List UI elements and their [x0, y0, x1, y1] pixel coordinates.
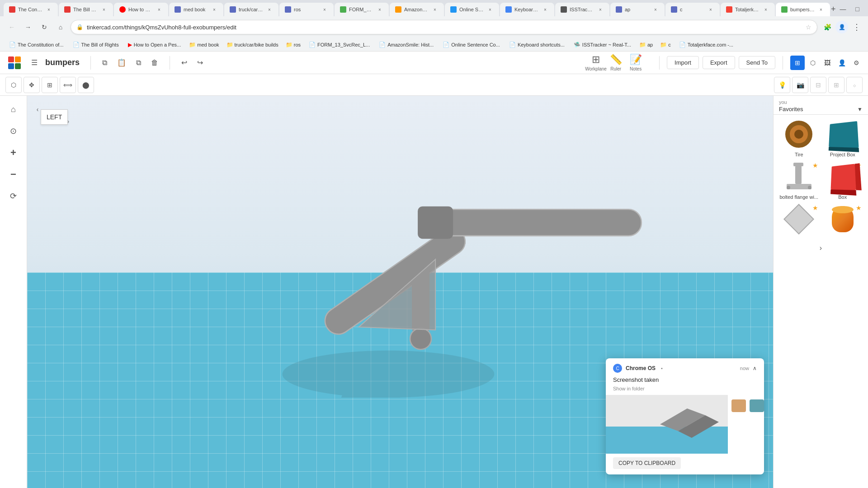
- notes-button[interactable]: 📝 Notes: [627, 54, 645, 72]
- tab-close[interactable]: ×: [321, 6, 328, 13]
- notification-subtitle[interactable]: Show in folder: [606, 385, 764, 395]
- align-tool[interactable]: ⊟: [810, 77, 826, 93]
- import-button[interactable]: Import: [667, 56, 699, 69]
- back-button[interactable]: ←: [5, 21, 18, 33]
- send-to-button[interactable]: Send To: [739, 56, 775, 69]
- tab-close-active[interactable]: ×: [817, 6, 825, 13]
- shape-item-tire[interactable]: Tire: [779, 118, 819, 157]
- expand-shapes-button[interactable]: ›: [774, 240, 868, 256]
- bookmark-iss[interactable]: 🛸 ISSTracker ~ Real-T...: [570, 41, 635, 49]
- tab-close[interactable]: ×: [652, 6, 659, 13]
- copy-to-clipboard-button[interactable]: COPY TO CLIPBOARD: [613, 457, 681, 469]
- mirror-tool-2[interactable]: ⬦: [846, 77, 863, 93]
- tab-close[interactable]: ×: [266, 6, 273, 13]
- tab-iss[interactable]: ISSTracker ~ Real-T... ×: [555, 3, 609, 16]
- tab-c[interactable]: c ×: [665, 3, 720, 16]
- shape-tool-5[interactable]: ⬤: [78, 77, 94, 93]
- tab-close[interactable]: ×: [211, 6, 218, 13]
- home-button[interactable]: ⌂: [54, 21, 67, 33]
- collapse-panel-button[interactable]: ‹: [34, 103, 41, 116]
- extensions-button[interactable]: 🧩: [821, 21, 834, 33]
- bookmark-folder-ros[interactable]: 📁 ros: [283, 41, 303, 49]
- tab-totaljerkface[interactable]: Totaljerkface.com -... ×: [721, 3, 775, 16]
- delete-button[interactable]: 🗑: [147, 56, 162, 70]
- shape-project-box[interactable]: Project Box: [823, 118, 863, 157]
- shape-bolted-flange[interactable]: bolted flange wi...: [779, 161, 819, 200]
- shape-box[interactable]: Box: [823, 161, 863, 200]
- tinkercad-logo[interactable]: [5, 54, 24, 72]
- tab-tinkercad-active[interactable]: bumpers - Tinkercad ×: [776, 3, 830, 16]
- tab-youtube[interactable]: How to Open a Pes... ×: [114, 3, 168, 16]
- bookmark-amazon[interactable]: 📄 AmazonSmile: Hist...: [375, 41, 437, 49]
- bookmark-folder-c[interactable]: 📁 c: [657, 41, 674, 49]
- reset-view-button[interactable]: ⟳: [4, 186, 24, 206]
- tab-close[interactable]: ×: [156, 6, 163, 13]
- tab-keyboard[interactable]: Keyboard shortcuts... ×: [500, 3, 554, 16]
- maximize-button[interactable]: □: [851, 3, 864, 15]
- tab-close[interactable]: ×: [542, 6, 549, 13]
- bookmark-folder-med[interactable]: 📁 med book: [186, 41, 222, 49]
- tab-close[interactable]: ×: [762, 6, 769, 13]
- tab-truck[interactable]: truck/car/bike builds ×: [224, 3, 278, 16]
- close-button[interactable]: ×: [866, 3, 868, 15]
- minimize-button[interactable]: —: [837, 3, 849, 15]
- new-tab-button[interactable]: +: [831, 3, 836, 15]
- bookmark-sentence[interactable]: 📄 Online Sentence Co...: [439, 41, 504, 49]
- tab-bill-of-rights[interactable]: The Bill of Rights ×: [59, 3, 113, 16]
- shape-item-cylinder[interactable]: ★: [823, 203, 863, 237]
- shape-tire[interactable]: Tire: [779, 118, 819, 157]
- bookmark-keyboard[interactable]: 📄 Keyboard shortcuts...: [505, 41, 568, 49]
- notification-expand-button[interactable]: ∧: [753, 365, 757, 371]
- home-view-button[interactable]: ⌂: [4, 99, 24, 119]
- grid-view-button[interactable]: ⊞: [790, 56, 805, 70]
- shape-tool-3[interactable]: ⊞: [42, 77, 58, 93]
- shape-tool-2[interactable]: ✥: [24, 77, 40, 93]
- duplicate-button[interactable]: ⧉: [132, 56, 145, 70]
- tab-sentence[interactable]: Online Sentence Co... ×: [445, 3, 499, 16]
- zoom-in-btn[interactable]: +: [4, 143, 24, 163]
- export-button[interactable]: Export: [703, 56, 735, 69]
- bookmark-youtube[interactable]: ▶ How to Open a Pes...: [124, 41, 185, 49]
- paste-button[interactable]: 📋: [113, 56, 130, 70]
- zoom-out-btn[interactable]: −: [4, 164, 24, 184]
- tab-close[interactable]: ×: [45, 6, 52, 13]
- bookmark-form[interactable]: 📄 FORM_13_SvcRec_L...: [305, 41, 373, 49]
- camera-tool[interactable]: 📷: [792, 77, 808, 93]
- tab-close[interactable]: ×: [707, 6, 714, 13]
- bookmark-totaljerkface[interactable]: 📄 Totaljerkface.com -...: [675, 41, 737, 49]
- 3d-view-button[interactable]: ⬡: [807, 56, 819, 69]
- tab-close[interactable]: ×: [431, 6, 439, 13]
- tab-close[interactable]: ×: [597, 6, 604, 13]
- light-tool[interactable]: 💡: [774, 77, 790, 93]
- cylinder-star[interactable]: ★: [856, 204, 862, 211]
- shape-item-bolted-flange[interactable]: ★ bolted flange wi.: [779, 161, 819, 200]
- tab-ap[interactable]: ap ×: [610, 3, 665, 16]
- redo-button[interactable]: ↪: [193, 56, 207, 70]
- shape-tool-1[interactable]: ⬡: [5, 77, 22, 93]
- copy-button[interactable]: ⧉: [98, 56, 111, 70]
- forward-button[interactable]: →: [22, 21, 34, 33]
- distribute-tool[interactable]: ⊞: [828, 77, 844, 93]
- settings-button[interactable]: ⚙: [850, 56, 863, 69]
- tab-amazon[interactable]: AmazonSmile: Hist... ×: [390, 3, 444, 16]
- undo-button[interactable]: ↩: [177, 56, 191, 70]
- bookmark-star-icon[interactable]: ☆: [806, 23, 811, 31]
- viewport[interactable]: LEFT ‹ › Snap Grid : 1.0 mm C Chrome: [27, 96, 773, 488]
- shape-item-diamond[interactable]: ★: [779, 203, 819, 237]
- user-profile-button[interactable]: 👤: [835, 21, 848, 33]
- shape-item-box[interactable]: ★ Box: [823, 161, 863, 200]
- left-view-label[interactable]: LEFT: [41, 109, 68, 125]
- tab-med-book[interactable]: med book ×: [169, 3, 223, 16]
- chrome-menu-button[interactable]: ⋮: [850, 21, 863, 33]
- hamburger-menu-button[interactable]: ☰: [27, 56, 42, 70]
- shape-tool-4[interactable]: ⟺: [60, 77, 76, 93]
- tab-close[interactable]: ×: [100, 6, 108, 13]
- bookmark-bill-of-rights[interactable]: 📄 The Bill of Rights: [69, 41, 123, 49]
- diamond-star[interactable]: ★: [812, 204, 818, 211]
- tab-close[interactable]: ×: [486, 6, 494, 13]
- workplane-button[interactable]: ⊞ Workplane: [587, 54, 605, 72]
- fit-view-button[interactable]: ⊙: [4, 121, 24, 141]
- tab-form[interactable]: FORM_13_SvcRec_L... ×: [335, 3, 389, 16]
- tab-constitution[interactable]: The Constitution of... ×: [4, 3, 58, 16]
- reload-button[interactable]: ↻: [38, 21, 51, 33]
